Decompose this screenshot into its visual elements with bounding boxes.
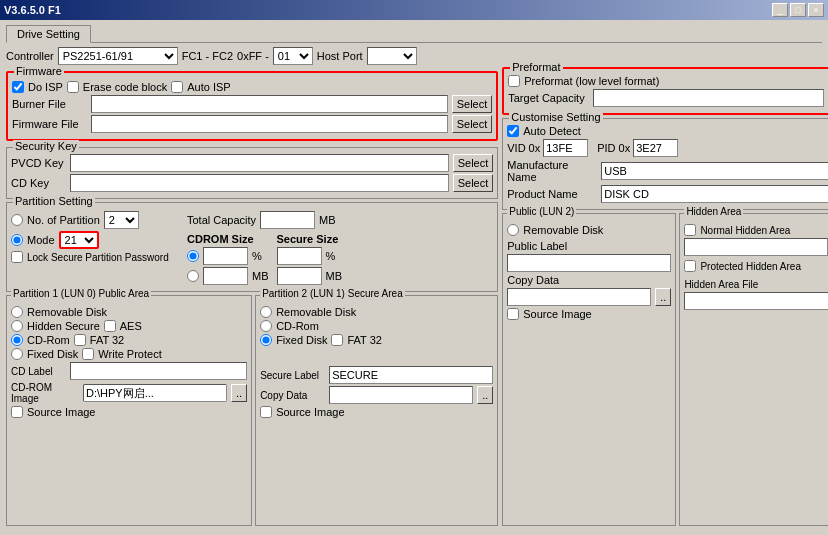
lun0-cdrom-label: CD-Rom — [27, 334, 70, 346]
lun1-secure-label: Secure Label — [260, 370, 325, 381]
cdrom-mb-input[interactable] — [203, 267, 248, 285]
lun0-box: Partition 1 (LUN 0) Public Area Removabl… — [6, 295, 252, 526]
mode-radio[interactable] — [11, 234, 23, 246]
pvcd-key-input[interactable] — [70, 154, 449, 172]
partition-count-select[interactable]: 2 — [104, 211, 139, 229]
auto-isp-label: Auto ISP — [187, 81, 230, 93]
close-button[interactable]: × — [808, 3, 824, 17]
lun0-fixed-radio[interactable] — [11, 348, 23, 360]
lun0-aes-checkbox[interactable] — [104, 320, 116, 332]
lun0-cdrom-radio[interactable] — [11, 334, 23, 346]
burner-file-input[interactable] — [91, 95, 448, 113]
lun2-public-input[interactable] — [507, 254, 671, 272]
auto-isp-checkbox[interactable] — [171, 81, 183, 93]
lun1-cdrom-label: CD-Rom — [276, 320, 319, 332]
do-isp-checkbox[interactable] — [12, 81, 24, 93]
preformat-checkbox[interactable] — [508, 75, 520, 87]
normal-hidden-label: Normal Hidden Area — [700, 225, 790, 236]
lock-secure-label: Lock Secure Partition Password — [27, 252, 169, 263]
lun0-cd-label: CD Label — [11, 366, 66, 377]
burner-file-label: Burner File — [12, 98, 87, 110]
vid-input[interactable] — [543, 139, 588, 157]
bottom-right-area: Public (LUN 2) Removable Disk Public Lab… — [502, 213, 828, 526]
secure-percent-input[interactable] — [277, 247, 322, 265]
pvcd-select-button[interactable]: Select — [453, 154, 494, 172]
lun2-copy-data-input[interactable] — [507, 288, 651, 306]
firmware-file-label: Firmware File — [12, 118, 87, 130]
no-of-partition-label: No. of Partition — [27, 214, 100, 226]
hidden-file-label: Hidden Area File — [684, 279, 758, 290]
lun1-fixed-radio[interactable] — [260, 334, 272, 346]
lun0-source-image-label: Source Image — [27, 406, 95, 418]
protected-hidden-checkbox[interactable] — [684, 260, 696, 272]
fc-select[interactable]: 01 — [273, 47, 313, 65]
secure-mb-input[interactable] — [277, 267, 322, 285]
lun1-removable-radio[interactable] — [260, 306, 272, 318]
hidden-file-input[interactable] — [684, 292, 828, 310]
title-bar: V3.6.5.0 F1 _ □ × — [0, 0, 828, 20]
lun1-cdrom-radio[interactable] — [260, 320, 272, 332]
lun0-hidden-label: Hidden Secure — [27, 320, 100, 332]
lun0-hidden-radio[interactable] — [11, 320, 23, 332]
lun0-cd-label-input[interactable] — [70, 362, 247, 380]
lun2-browse-button[interactable]: .. — [655, 288, 671, 306]
host-port-select[interactable] — [367, 47, 417, 65]
cd-key-input[interactable] — [70, 174, 449, 192]
lun0-cdrom-image-label: CD-ROM Image — [11, 382, 79, 404]
firmware-file-input[interactable] — [91, 115, 448, 133]
security-key-group: Security Key PVCD Key Select CD Key Sele… — [6, 147, 498, 199]
target-capacity-input[interactable] — [593, 89, 824, 107]
lun1-copy-data-input[interactable] — [329, 386, 473, 404]
burner-select-button[interactable]: Select — [452, 95, 493, 113]
lun1-browse-button[interactable]: .. — [477, 386, 493, 404]
normal-hidden-checkbox[interactable] — [684, 224, 696, 236]
lun2-source-image-checkbox[interactable] — [507, 308, 519, 320]
auto-detect-checkbox[interactable] — [507, 125, 519, 137]
target-capacity-label: Target Capacity — [508, 92, 584, 104]
lock-secure-checkbox[interactable] — [11, 251, 23, 263]
lun1-source-image-label: Source Image — [276, 406, 344, 418]
minimize-button[interactable]: _ — [772, 3, 788, 17]
lun1-fat32-label: FAT 32 — [347, 334, 381, 346]
lun0-source-image-checkbox[interactable] — [11, 406, 23, 418]
total-capacity-input[interactable] — [260, 211, 315, 229]
cd-key-label: CD Key — [11, 177, 66, 189]
protected-hidden-label: Protected Hidden Area — [700, 261, 801, 272]
vid-label: VID — [507, 142, 525, 154]
hidden-kb-input[interactable] — [684, 238, 828, 256]
lun0-removable-radio[interactable] — [11, 306, 23, 318]
lun1-secure-input[interactable] — [329, 366, 493, 384]
lun0-write-protect-checkbox[interactable] — [82, 348, 94, 360]
pid-label: PID — [597, 142, 615, 154]
do-isp-label: Do ISP — [28, 81, 63, 93]
cdrom-percent-input[interactable] — [203, 247, 248, 265]
cdrom-mb-radio[interactable] — [187, 270, 199, 282]
firmware-select-button[interactable]: Select — [452, 115, 493, 133]
lun2-copy-data-label: Copy Data — [507, 274, 559, 286]
lun0-fixed-label: Fixed Disk — [27, 348, 78, 360]
pid-hex-label: 0x — [619, 142, 631, 154]
lun0-browse-button[interactable]: .. — [231, 384, 247, 402]
lun2-public-label: Public Label — [507, 240, 567, 252]
lun1-source-image-checkbox[interactable] — [260, 406, 272, 418]
cd-select-button[interactable]: Select — [453, 174, 494, 192]
product-input[interactable] — [601, 185, 828, 203]
lun0-cdrom-image-input[interactable] — [83, 384, 227, 402]
window-title: V3.6.5.0 F1 — [4, 4, 61, 16]
manufacture-input[interactable] — [601, 162, 828, 180]
controller-row: Controller PS2251-61/91 FC1 - FC2 0xFF -… — [6, 47, 498, 65]
controller-select[interactable]: PS2251-61/91 — [58, 47, 178, 65]
secure-mb-label2: MB — [326, 270, 343, 282]
pid-input[interactable] — [633, 139, 678, 157]
tab-drive-setting[interactable]: Drive Setting — [6, 25, 91, 43]
lun1-fat32-checkbox[interactable] — [331, 334, 343, 346]
lun0-fat32-checkbox[interactable] — [74, 334, 86, 346]
maximize-button[interactable]: □ — [790, 3, 806, 17]
mode-select[interactable]: 21 — [59, 231, 99, 249]
lun2-removable-radio[interactable] — [507, 224, 519, 236]
cdrom-percent-radio[interactable] — [187, 250, 199, 262]
no-of-partition-radio[interactable] — [11, 214, 23, 226]
hidden-area-title: Hidden Area — [684, 206, 743, 217]
product-name-label: Product Name — [507, 188, 597, 200]
erase-code-checkbox[interactable] — [67, 81, 79, 93]
